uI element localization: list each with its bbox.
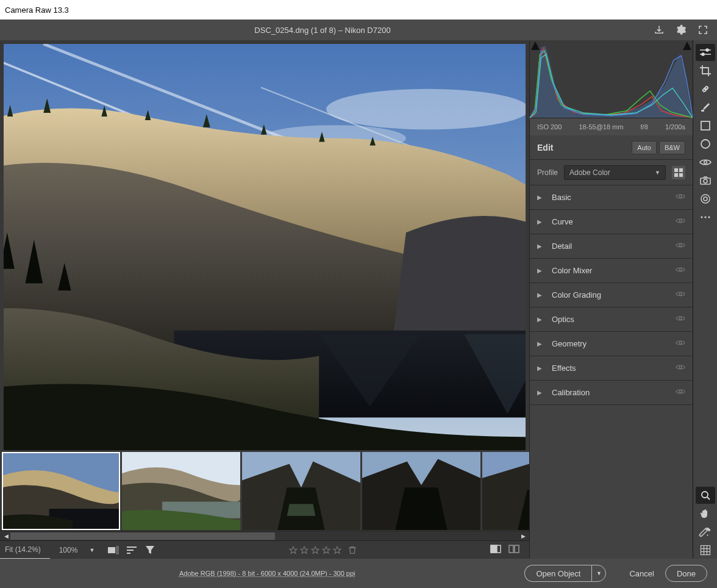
eye-icon[interactable] <box>676 339 685 349</box>
filmstrip-thumb[interactable] <box>122 452 240 530</box>
star-icon[interactable] <box>311 546 319 554</box>
eye-icon[interactable] <box>676 364 685 373</box>
shadow-clip-icon[interactable] <box>531 41 540 50</box>
scroll-left-icon[interactable]: ◀ <box>2 532 10 540</box>
auto-button[interactable]: Auto <box>632 141 657 154</box>
file-info: DSC_0254.dng (1 of 8) – Nikon D7200 <box>0 26 645 35</box>
grid-tool-icon[interactable] <box>696 542 715 559</box>
sort-icon[interactable] <box>127 545 137 555</box>
cancel-button[interactable]: Cancel <box>618 569 665 578</box>
panel-geometry[interactable]: ▶Geometry <box>530 332 693 356</box>
linear-gradient-tool-icon[interactable] <box>696 117 715 134</box>
footer-bar: Adobe RGB (1998) - 8 bit - 6000 x 4000 (… <box>0 559 717 588</box>
star-rating[interactable] <box>289 545 357 555</box>
panel-detail[interactable]: ▶Detail <box>530 234 693 259</box>
panel-effects[interactable]: ▶Effects <box>530 356 693 381</box>
meta-shutter: 1/200s <box>665 123 685 131</box>
trash-icon[interactable] <box>348 545 357 555</box>
profile-browser-button[interactable] <box>672 166 685 179</box>
fullscreen-icon[interactable] <box>697 24 708 35</box>
eye-icon[interactable] <box>676 242 685 251</box>
svg-point-28 <box>679 220 682 222</box>
star-icon[interactable] <box>322 546 330 554</box>
svg-point-49 <box>704 179 707 183</box>
scroll-track[interactable] <box>10 532 519 540</box>
panel-label: Geometry <box>552 339 587 348</box>
radial-gradient-tool-icon[interactable] <box>696 135 715 152</box>
panel-optics[interactable]: ▶Optics <box>530 307 693 332</box>
open-object-button[interactable]: Open Object <box>524 565 591 582</box>
hand-tool-icon[interactable] <box>696 505 715 522</box>
svg-rect-15 <box>116 546 119 554</box>
zoom-level[interactable]: 100% <box>50 546 87 554</box>
workflow-link[interactable]: Adobe RGB (1998) - 8 bit - 6000 x 4000 (… <box>10 570 524 577</box>
eye-icon[interactable] <box>676 193 685 203</box>
panel-color-grading[interactable]: ▶Color Grading <box>530 283 693 307</box>
svg-point-4 <box>326 89 526 130</box>
filmstrip-thumb[interactable] <box>362 452 480 530</box>
done-button[interactable]: Done <box>665 565 707 582</box>
eye-icon[interactable] <box>676 290 685 300</box>
bottom-bar: Fit (14.2%) 100% ▼ <box>0 540 529 559</box>
panel-basic[interactable]: ▶Basic <box>530 185 693 210</box>
heal-tool-icon[interactable] <box>696 81 715 98</box>
bw-label: B&W <box>665 144 680 151</box>
chevron-right-icon: ▶ <box>537 243 546 249</box>
top-bar-actions <box>645 24 717 35</box>
zoom-dropdown-icon[interactable]: ▼ <box>87 547 98 553</box>
scroll-right-icon[interactable]: ▶ <box>519 532 527 540</box>
eye-icon[interactable] <box>676 388 685 398</box>
filmstrip-thumb[interactable] <box>482 452 529 530</box>
edit-panel: ISO 200 18-55@18 mm f/8 1/200s Edit Auto… <box>529 40 693 559</box>
star-icon[interactable] <box>289 546 298 554</box>
histogram[interactable] <box>530 40 693 118</box>
single-view-icon[interactable] <box>109 545 118 555</box>
filmstrip-thumb[interactable] <box>2 452 120 530</box>
zoom-tool-icon[interactable] <box>696 487 715 504</box>
scroll-thumb[interactable] <box>10 532 275 540</box>
gear-icon[interactable] <box>676 24 687 35</box>
profile-select[interactable]: Adobe Color ▼ <box>564 165 666 180</box>
main-preview[interactable] <box>4 44 526 450</box>
save-icon[interactable] <box>654 24 665 35</box>
filmstrip-thumb[interactable] <box>242 452 360 530</box>
filmstrip-scrollbar[interactable]: ◀ ▶ <box>0 531 529 540</box>
eye-icon[interactable] <box>676 217 685 227</box>
svg-point-29 <box>679 244 682 246</box>
panel-curve[interactable]: ▶Curve <box>530 210 693 234</box>
open-object-label: Open Object <box>536 569 580 578</box>
filmstrip[interactable] <box>0 450 529 531</box>
panel-color-mixer[interactable]: ▶Color Mixer <box>530 259 693 283</box>
file-info-text: DSC_0254.dng (1 of 8) – Nikon D7200 <box>254 26 390 35</box>
chevron-down-icon: ▼ <box>596 570 602 576</box>
eye-icon[interactable] <box>676 315 685 324</box>
svg-point-51 <box>704 197 707 201</box>
filter-icon[interactable] <box>145 545 155 555</box>
cancel-label: Cancel <box>629 569 654 578</box>
svg-rect-14 <box>108 547 115 553</box>
eye-icon[interactable] <box>676 266 685 276</box>
open-object-dropdown[interactable]: ▼ <box>591 565 606 582</box>
crop-tool-icon[interactable] <box>696 62 715 79</box>
left-column: ◀ ▶ Fit (14.2%) 100% ▼ <box>0 40 529 559</box>
star-icon[interactable] <box>333 546 341 554</box>
svg-point-41 <box>704 90 705 91</box>
snapshot-tool-icon[interactable] <box>696 172 715 189</box>
panel-calibration[interactable]: ▶Calibration <box>530 381 693 405</box>
zoom-fit[interactable]: Fit (14.2%) <box>0 541 50 559</box>
redeye-tool-icon[interactable] <box>696 154 715 171</box>
edit-tool-icon[interactable] <box>696 44 715 61</box>
highlight-clip-icon[interactable] <box>683 41 691 50</box>
split-view-icon[interactable] <box>508 545 519 555</box>
more-tool-icon[interactable] <box>696 209 715 226</box>
sampler-tool-icon[interactable]: + <box>696 523 715 540</box>
profile-row: Profile Adobe Color ▼ <box>530 160 693 185</box>
presets-tool-icon[interactable] <box>696 190 715 207</box>
star-icon[interactable] <box>300 546 309 554</box>
bw-button[interactable]: B&W <box>659 141 685 154</box>
brush-tool-icon[interactable] <box>696 99 715 116</box>
chevron-right-icon: ▶ <box>537 267 546 274</box>
before-after-icon[interactable] <box>490 545 501 555</box>
svg-rect-21 <box>509 545 513 553</box>
tool-strip: + <box>693 40 717 559</box>
